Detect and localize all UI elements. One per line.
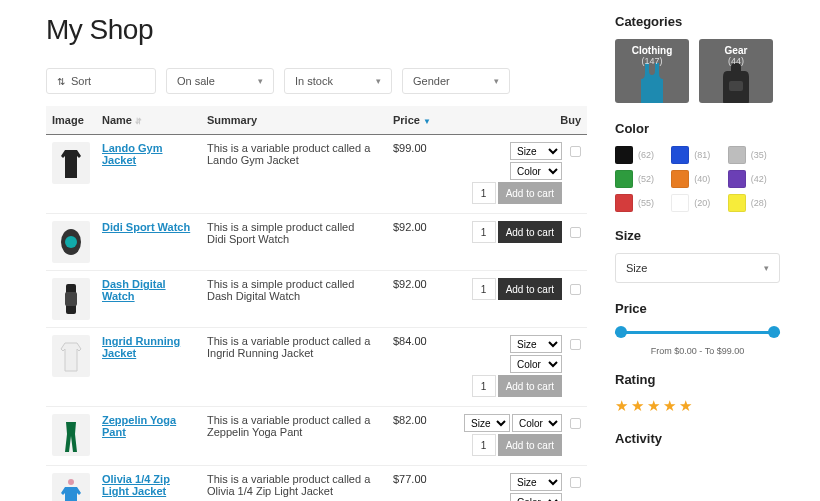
- category-gear[interactable]: Gear (44): [699, 39, 773, 103]
- filter-bar: ⇅ Sort On sale ▾ In stock ▾ Gender ▾: [46, 68, 587, 94]
- size-option[interactable]: Size: [510, 142, 562, 160]
- color-count: (52): [638, 174, 654, 184]
- color-swatch[interactable]: (40): [671, 170, 723, 188]
- table-row: Zeppelin Yoga Pant This is a variable pr…: [46, 407, 587, 466]
- product-name-link[interactable]: Dash Digital Watch: [102, 278, 195, 302]
- color-swatch[interactable]: (81): [671, 146, 723, 164]
- color-count: (20): [694, 198, 710, 208]
- color-count: (40): [694, 174, 710, 184]
- table-row: Lando Gym Jacket This is a variable prod…: [46, 135, 587, 214]
- price-slider[interactable]: [615, 326, 780, 338]
- col-price[interactable]: Price: [393, 114, 420, 126]
- compare-checkbox[interactable]: [570, 418, 581, 429]
- compare-checkbox[interactable]: [570, 146, 581, 157]
- product-image[interactable]: [52, 221, 90, 263]
- color-option[interactable]: Color: [510, 355, 562, 373]
- compare-checkbox[interactable]: [570, 227, 581, 238]
- filter-label: In stock: [295, 75, 333, 87]
- star-icon[interactable]: ★: [631, 397, 644, 415]
- size-select-label: Size: [626, 262, 647, 274]
- chevron-down-icon: ▾: [376, 76, 381, 86]
- filter-label: On sale: [177, 75, 215, 87]
- color-option[interactable]: Color: [512, 414, 562, 432]
- table-row: Dash Digital Watch This is a simple prod…: [46, 271, 587, 328]
- add-to-cart-button[interactable]: Add to cart: [498, 221, 562, 243]
- qty-input[interactable]: 1: [472, 434, 496, 456]
- color-swatch[interactable]: (28): [728, 194, 780, 212]
- slider-track: [615, 331, 780, 334]
- compare-checkbox[interactable]: [570, 339, 581, 350]
- product-name-link[interactable]: Olivia 1/4 Zip Light Jacket: [102, 473, 195, 497]
- product-image[interactable]: [52, 473, 90, 501]
- add-to-cart-button[interactable]: Add to cart: [498, 434, 562, 456]
- product-summary: This is a variable product called a Land…: [207, 142, 372, 166]
- slider-thumb-max[interactable]: [768, 326, 780, 338]
- qty-input[interactable]: 1: [472, 375, 496, 397]
- filter-instock[interactable]: In stock ▾: [284, 68, 392, 94]
- col-name[interactable]: Name: [102, 114, 132, 126]
- product-name-link[interactable]: Didi Sport Watch: [102, 221, 190, 233]
- compare-checkbox[interactable]: [570, 284, 581, 295]
- rating-heading: Rating: [615, 372, 780, 387]
- star-icon[interactable]: ★: [647, 397, 660, 415]
- slider-thumb-min[interactable]: [615, 326, 627, 338]
- filter-gender[interactable]: Gender ▾: [402, 68, 510, 94]
- star-icon[interactable]: ★: [663, 397, 676, 415]
- col-image[interactable]: Image: [52, 114, 84, 126]
- product-name-link[interactable]: Lando Gym Jacket: [102, 142, 195, 166]
- star-icon[interactable]: ★: [615, 397, 628, 415]
- product-image[interactable]: [52, 278, 90, 320]
- qty-input[interactable]: 1: [472, 278, 496, 300]
- color-swatch[interactable]: (35): [728, 146, 780, 164]
- category-count: (147): [641, 56, 662, 66]
- color-swatch[interactable]: (42): [728, 170, 780, 188]
- chevron-down-icon: ▾: [494, 76, 499, 86]
- filter-onsale[interactable]: On sale ▾: [166, 68, 274, 94]
- product-price: $82.00: [393, 414, 427, 426]
- size-option[interactable]: Size: [464, 414, 510, 432]
- product-image[interactable]: [52, 414, 90, 456]
- color-swatch[interactable]: (55): [615, 194, 667, 212]
- table-row: Didi Sport Watch This is a simple produc…: [46, 214, 587, 271]
- category-clothing[interactable]: Clothing (147): [615, 39, 689, 103]
- add-to-cart-button[interactable]: Add to cart: [498, 375, 562, 397]
- product-price: $92.00: [393, 221, 427, 233]
- compare-checkbox[interactable]: [570, 477, 581, 488]
- product-image[interactable]: [52, 335, 90, 377]
- svg-rect-3: [65, 292, 77, 306]
- color-swatch[interactable]: (62): [615, 146, 667, 164]
- size-option[interactable]: Size: [510, 335, 562, 353]
- qty-input[interactable]: 1: [472, 221, 496, 243]
- swatch-icon: [728, 170, 746, 188]
- product-price: $99.00: [393, 142, 427, 154]
- filter-label: Gender: [413, 75, 450, 87]
- add-to-cart-button[interactable]: Add to cart: [498, 278, 562, 300]
- svg-point-1: [65, 236, 77, 248]
- product-price: $84.00: [393, 335, 427, 347]
- swatch-icon: [728, 194, 746, 212]
- color-option[interactable]: Color: [510, 493, 562, 501]
- swatch-icon: [728, 146, 746, 164]
- qty-input[interactable]: 1: [472, 182, 496, 204]
- chevron-down-icon: ▾: [764, 263, 769, 273]
- swatch-icon: [671, 170, 689, 188]
- color-swatch[interactable]: (20): [671, 194, 723, 212]
- page-title: My Shop: [46, 14, 587, 46]
- add-to-cart-button[interactable]: Add to cart: [498, 182, 562, 204]
- size-heading: Size: [615, 228, 780, 243]
- size-option[interactable]: Size: [510, 473, 562, 491]
- color-swatch[interactable]: (52): [615, 170, 667, 188]
- star-icon[interactable]: ★: [679, 397, 692, 415]
- color-option[interactable]: Color: [510, 162, 562, 180]
- swatch-icon: [615, 194, 633, 212]
- col-summary[interactable]: Summary: [207, 114, 257, 126]
- col-buy: Buy: [560, 114, 581, 126]
- price-heading: Price: [615, 301, 780, 316]
- sort-button[interactable]: ⇅ Sort: [46, 68, 156, 94]
- rating-filter: ★ ★ ★ ★ ★: [615, 397, 780, 415]
- chevron-down-icon: ▾: [258, 76, 263, 86]
- product-name-link[interactable]: Ingrid Running Jacket: [102, 335, 195, 359]
- product-image[interactable]: [52, 142, 90, 184]
- size-select[interactable]: Size ▾: [615, 253, 780, 283]
- product-name-link[interactable]: Zeppelin Yoga Pant: [102, 414, 195, 438]
